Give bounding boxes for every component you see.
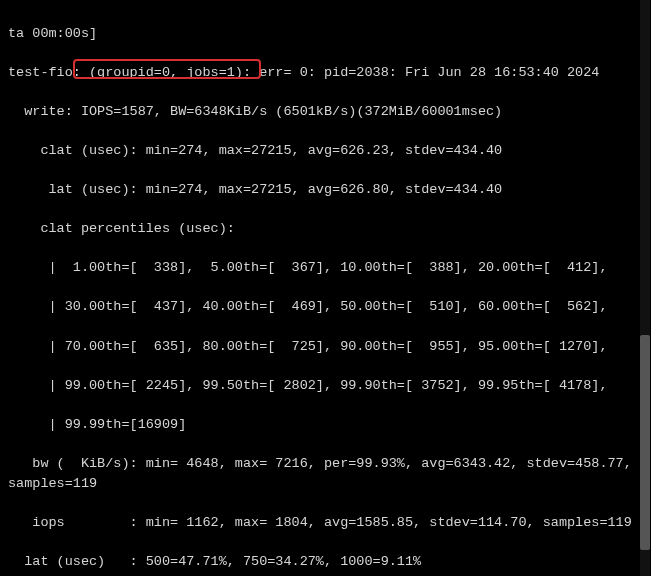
scrollbar-thumb[interactable] [640, 335, 650, 550]
terminal-output: ta 00m:00s] test-fio: (groupid=0, jobs=1… [0, 0, 651, 576]
output-line: lat (usec): min=274, max=27215, avg=626.… [8, 180, 643, 200]
output-line: | 70.00th=[ 635], 80.00th=[ 725], 90.00t… [8, 337, 643, 357]
write-prefix: write: [8, 104, 81, 119]
output-line: | 30.00th=[ 437], 40.00th=[ 469], 50.00t… [8, 297, 643, 317]
output-line: clat (usec): min=274, max=27215, avg=626… [8, 141, 643, 161]
output-line: test-fio: (groupid=0, jobs=1): err= 0: p… [8, 63, 643, 83]
output-line: | 99.99th=[16909] [8, 415, 643, 435]
output-line: | 99.00th=[ 2245], 99.50th=[ 2802], 99.9… [8, 376, 643, 396]
output-line: lat (usec) : 500=47.71%, 750=34.27%, 100… [8, 552, 643, 572]
output-line: bw ( KiB/s): min= 4648, max= 7216, per=9… [8, 454, 643, 493]
output-line: clat percentiles (usec): [8, 219, 643, 239]
scrollbar-track[interactable] [640, 0, 650, 576]
output-line-write: write: IOPS=1587, BW=6348KiB/s (6501kB/s… [8, 102, 643, 122]
output-line: iops : min= 1162, max= 1804, avg=1585.85… [8, 513, 643, 533]
output-line: | 1.00th=[ 338], 5.00th=[ 367], 10.00th=… [8, 258, 643, 278]
output-line: ta 00m:00s] [8, 24, 643, 44]
write-suffix: (6501kB/s)(372MiB/60001msec) [267, 104, 502, 119]
write-iops-bw: IOPS=1587, BW=6348KiB/s [81, 104, 267, 119]
